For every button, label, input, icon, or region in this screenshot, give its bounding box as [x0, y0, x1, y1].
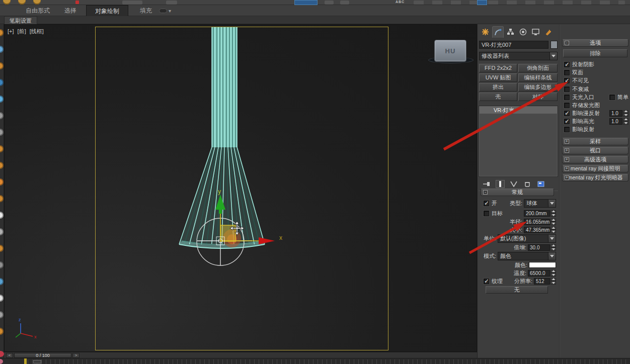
- tab-populate[interactable]: 填充: [132, 5, 160, 16]
- target-checkbox[interactable]: [484, 211, 489, 216]
- temperature-field[interactable]: 6500.0: [528, 270, 550, 277]
- no-decay-checkbox[interactable]: [564, 86, 570, 92]
- left-strip-icon[interactable]: [0, 162, 4, 169]
- viewport-view-menu[interactable]: [前]: [18, 28, 26, 34]
- left-strip-icon[interactable]: [0, 261, 4, 268]
- left-strip-icon[interactable]: [0, 96, 4, 103]
- ribbon-overflow-button[interactable]: ▾: [159, 7, 176, 15]
- dropdown-arrow-icon[interactable]: [548, 235, 556, 242]
- multiplier-spinner[interactable]: [550, 244, 556, 251]
- left-strip-icon[interactable]: [0, 245, 4, 252]
- left-strip-icon[interactable]: [0, 62, 4, 69]
- current-frame-marker[interactable]: [24, 358, 27, 364]
- remove-modifier-icon[interactable]: [523, 180, 532, 188]
- left-strip-icon[interactable]: [0, 79, 4, 86]
- store-irradiance-checkbox[interactable]: [564, 103, 570, 108]
- modifier-button-ffd[interactable]: FFD 2x2x2: [479, 64, 517, 72]
- left-toolbar-strip[interactable]: [0, 24, 4, 364]
- rollout-options[interactable]: - 选项: [562, 39, 628, 47]
- target-distance-field[interactable]: 200.0mm: [524, 210, 550, 217]
- left-strip-icon[interactable]: [0, 129, 4, 136]
- rollout-sampling[interactable]: + 采样: [562, 138, 628, 145]
- resolution-spinner[interactable]: [550, 278, 556, 285]
- texture-none-button[interactable]: 无: [486, 286, 548, 294]
- collapse-icon[interactable]: -: [483, 190, 488, 195]
- time-slider-handle[interactable]: 0 / 100: [14, 353, 71, 358]
- expand-icon[interactable]: +: [565, 148, 569, 153]
- expand-icon[interactable]: +: [565, 175, 569, 180]
- frame-forward-button[interactable]: >: [72, 353, 80, 358]
- utilities-tab-icon[interactable]: [542, 26, 554, 38]
- type-dropdown[interactable]: 球体: [524, 199, 556, 208]
- expand-icon[interactable]: +: [565, 157, 569, 162]
- modifier-button-extrude[interactable]: 挤出: [479, 83, 517, 92]
- affect-specular-checkbox[interactable]: [564, 119, 570, 124]
- modifier-stack[interactable]: VR-灯光: [479, 106, 558, 176]
- left-strip-icon[interactable]: [0, 311, 4, 318]
- tab-freeform[interactable]: 自由形式: [15, 5, 60, 16]
- left-strip-icon[interactable]: [0, 112, 4, 119]
- viewport-shading-menu[interactable]: [线框]: [30, 28, 44, 34]
- modifier-button-uvw[interactable]: UVW 贴图: [479, 73, 517, 82]
- viewport-front[interactable]: [+] [前] [线框]: [4, 24, 477, 352]
- affect-reflections-checkbox[interactable]: [564, 127, 570, 132]
- percent-snap-icon[interactable]: [340, 1, 349, 5]
- rollout-advanced[interactable]: + 高级选项: [562, 156, 628, 163]
- size-field[interactable]: 47.365mm: [524, 227, 550, 233]
- dropdown-arrow-icon[interactable]: [548, 200, 556, 207]
- skylight-portal-checkbox[interactable]: [564, 95, 570, 100]
- temperature-spinner[interactable]: [550, 270, 556, 277]
- undo-icon[interactable]: [3, 0, 11, 5]
- modifier-list-dropdown[interactable]: 修改器列表: [479, 52, 558, 60]
- create-tab-icon[interactable]: [480, 26, 491, 38]
- snap-toggle-icon[interactable]: [294, 0, 318, 5]
- on-checkbox[interactable]: [484, 201, 489, 206]
- left-strip-icon[interactable]: [0, 178, 4, 186]
- modifier-button-symmetry[interactable]: 对称: [518, 93, 558, 101]
- left-strip-icon[interactable]: [0, 46, 4, 53]
- dropdown-arrow-icon[interactable]: [548, 252, 556, 260]
- dropdown-arrow-icon[interactable]: [549, 52, 557, 60]
- multiplier-field[interactable]: 30.0: [528, 244, 550, 251]
- resolution-field[interactable]: 512: [534, 278, 550, 285]
- pin-stack-icon[interactable]: [482, 180, 491, 188]
- photometric-light-object[interactable]: HU: [434, 40, 466, 62]
- render-setup-icon[interactable]: [477, 0, 487, 5]
- stack-item-vraylight[interactable]: VR-灯光: [480, 107, 557, 114]
- modifier-button-editpoly[interactable]: 编辑多边形: [518, 83, 558, 92]
- angle-snap-icon[interactable]: [325, 1, 334, 5]
- configure-modifier-sets-icon[interactable]: [536, 180, 545, 188]
- left-strip-icon[interactable]: [0, 212, 4, 219]
- texture-checkbox[interactable]: [484, 279, 489, 284]
- affect-diffuse-field[interactable]: 1.0: [609, 110, 622, 117]
- make-unique-icon[interactable]: [509, 180, 518, 188]
- left-strip-icon[interactable]: [0, 278, 4, 285]
- rollout-viewport[interactable]: + 视口: [562, 147, 628, 154]
- expand-icon[interactable]: +: [565, 139, 569, 144]
- mode-dropdown[interactable]: 颜色: [498, 252, 556, 260]
- panel-column-divider[interactable]: [559, 24, 560, 364]
- toolbar-icon-row[interactable]: [414, 1, 625, 5]
- affect-diffuse-checkbox[interactable]: [564, 111, 570, 116]
- hierarchy-tab-icon[interactable]: [505, 26, 516, 38]
- modifier-button-shell[interactable]: 壳: [479, 93, 517, 101]
- size-spinner[interactable]: [550, 227, 556, 233]
- object-color-swatch[interactable]: [550, 41, 558, 49]
- redo-icon[interactable]: [18, 0, 26, 5]
- left-strip-icon[interactable]: [0, 228, 4, 235]
- object-name-field[interactable]: VR-灯光007: [479, 41, 548, 49]
- tab-brush-settings[interactable]: 笔刷设置: [4, 16, 37, 24]
- selection-filter-dropdown[interactable]: [122, 1, 142, 5]
- show-end-result-icon[interactable]: [496, 180, 505, 188]
- rollout-general[interactable]: - 常规: [481, 189, 554, 196]
- motion-tab-icon[interactable]: [517, 26, 529, 38]
- select-icon[interactable]: [75, 1, 79, 4]
- left-strip-icon[interactable]: [0, 195, 4, 202]
- track-bar[interactable]: [0, 358, 630, 364]
- invisible-checkbox[interactable]: [564, 78, 570, 83]
- modify-tab-icon[interactable]: [492, 26, 504, 38]
- affect-diffuse-spinner[interactable]: [623, 110, 628, 117]
- left-strip-icon[interactable]: [0, 145, 4, 152]
- viewport-menu-plus[interactable]: [+]: [8, 28, 14, 34]
- simple-checkbox[interactable]: [609, 95, 615, 100]
